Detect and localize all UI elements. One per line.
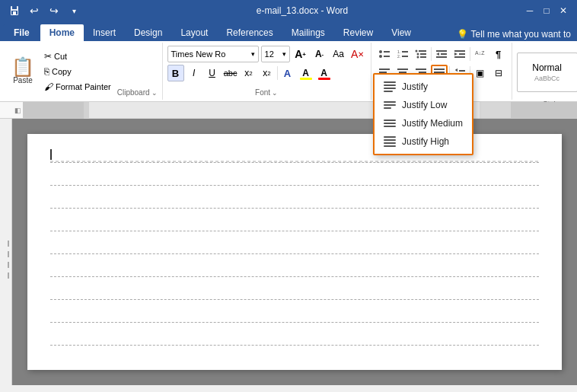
font-shrink-button[interactable]: A- [311, 46, 328, 62]
font-size-select[interactable]: 12 ▾ [261, 46, 290, 62]
svg-text:A↓Z: A↓Z [475, 50, 485, 56]
multilevel-list-button[interactable] [413, 46, 429, 62]
font-color-button[interactable]: A [316, 65, 333, 81]
underline-button[interactable]: U [204, 65, 221, 81]
clipboard-right: ✂ Cut ⎘ Copy 🖌 Format Painter [41, 46, 114, 97]
increase-indent-button[interactable] [451, 46, 468, 62]
maximize-button[interactable]: □ [539, 3, 554, 18]
svg-rect-13 [419, 50, 426, 52]
svg-rect-3 [13, 11, 16, 14]
main-content [0, 119, 577, 385]
doc-line-7 [50, 286, 539, 300]
redo-button[interactable]: ↪ [46, 2, 62, 19]
tell-me-text: Tell me what you want to [471, 29, 571, 40]
tab-review[interactable]: Review [334, 24, 382, 41]
svg-rect-47 [23, 102, 84, 119]
tab-insert[interactable]: Insert [84, 24, 125, 41]
clipboard-group-label: Clipboard ⌄ [117, 87, 158, 97]
justify-item-0[interactable]: Justify [375, 78, 472, 96]
format-painter-button[interactable]: 🖌 Format Painter [41, 80, 114, 94]
svg-rect-11 [402, 56, 408, 57]
tab-home[interactable]: Home [40, 24, 84, 41]
sidebar-mark-2 [3, 251, 9, 257]
document-area[interactable] [12, 119, 577, 385]
customize-quick-access-button[interactable]: ▾ [65, 2, 82, 19]
italic-button[interactable]: I [186, 65, 202, 81]
superscript-button[interactable]: x2 [259, 65, 276, 81]
clear-formatting-button[interactable]: A✕ [349, 46, 366, 62]
copy-button[interactable]: ⎘ Copy [41, 65, 114, 78]
svg-text:2.: 2. [397, 54, 400, 59]
svg-rect-18 [436, 50, 447, 52]
shading-button[interactable]: ▣ [472, 65, 489, 81]
paste-button[interactable]: 📋 Paste [8, 46, 38, 97]
justify-icon-1 [384, 101, 396, 109]
ribbon-tabs: File Home Insert Design Layout Reference… [0, 21, 577, 41]
bold-button[interactable]: B [167, 65, 184, 81]
font-group: Times New Ro ▾ 12 ▾ A+ A- Aa A✕ B I U ab… [163, 43, 371, 100]
svg-rect-15 [420, 53, 426, 55]
tab-file[interactable]: File [3, 24, 40, 41]
ruler-content[interactable] [23, 102, 577, 118]
subscript-button[interactable]: x2 [241, 65, 257, 81]
numbering-button[interactable]: 1.2. [394, 46, 411, 62]
tab-layout[interactable]: Layout [171, 24, 217, 41]
justify-item-2[interactable]: Justify Medium [375, 114, 472, 132]
justify-label-2: Justify Medium [402, 118, 463, 129]
font-grow-button[interactable]: A+ [292, 46, 309, 62]
bullets-button[interactable] [376, 46, 393, 62]
svg-rect-49 [480, 102, 577, 119]
svg-rect-31 [397, 69, 408, 70]
ribbon: 📋 Paste ✂ Cut ⎘ Copy 🖌 Format Painter Cl… [0, 41, 577, 102]
svg-rect-45 [459, 70, 465, 72]
clipboard-expand-icon[interactable]: ⌄ [151, 89, 158, 97]
svg-rect-20 [441, 53, 447, 55]
sort-button[interactable]: A↓Z [472, 46, 489, 62]
sidebar-mark-4 [3, 272, 9, 279]
quick-access-toolbar: ↩ ↪ ▾ [6, 2, 82, 19]
justify-icon-0 [384, 81, 396, 92]
close-button[interactable]: ✕ [556, 3, 571, 18]
svg-rect-39 [434, 69, 445, 70]
justify-icon-2 [384, 120, 396, 127]
paste-label: Paste [13, 76, 33, 84]
doc-line-9 [50, 332, 539, 346]
svg-rect-24 [459, 53, 465, 55]
tell-me-area[interactable]: 💡 Tell me what you want to [457, 29, 577, 41]
text-cursor [50, 149, 52, 160]
document-page[interactable] [27, 134, 562, 370]
cut-button[interactable]: ✂ Cut [41, 49, 114, 63]
strikethrough-button[interactable]: abc [222, 65, 239, 81]
svg-point-6 [379, 55, 382, 58]
justify-item-3[interactable]: Justify High [375, 132, 472, 151]
text-effects-button[interactable]: A [279, 65, 296, 81]
save-button[interactable] [6, 2, 23, 19]
tab-references[interactable]: References [217, 24, 282, 41]
show-hide-marks-button[interactable]: ¶ [490, 46, 507, 62]
tab-mailings[interactable]: Mailings [282, 24, 334, 41]
highlight-color-button[interactable]: A [298, 65, 314, 81]
undo-button[interactable]: ↩ [26, 2, 43, 19]
doc-line-3 [50, 195, 539, 209]
font-expand-icon[interactable]: ⌄ [272, 89, 278, 97]
svg-rect-25 [454, 56, 465, 58]
doc-line-5 [50, 241, 539, 254]
minimize-button[interactable]: ─ [522, 3, 537, 18]
borders-button[interactable]: ⊟ [490, 65, 507, 81]
svg-marker-44 [455, 69, 457, 72]
justify-label-3: Justify High [402, 136, 449, 147]
left-sidebar [0, 119, 12, 385]
change-case-button[interactable]: Aa [330, 46, 347, 62]
font-name-value: Times New Ro [171, 49, 226, 59]
sidebar-mark-1 [3, 241, 9, 247]
tab-design[interactable]: Design [125, 24, 171, 41]
normal-style-button[interactable]: Normal AaBbCc [517, 53, 577, 92]
font-group-label: Font ⌄ [167, 87, 366, 97]
sidebar-mark-3 [3, 262, 9, 268]
tab-view[interactable]: View [382, 24, 420, 41]
justify-item-1[interactable]: Justify Low [375, 96, 472, 114]
ruler: ◧ [0, 102, 577, 119]
font-name-select[interactable]: Times New Ro ▾ [167, 46, 259, 62]
decrease-indent-button[interactable] [433, 46, 450, 62]
svg-rect-22 [454, 50, 465, 52]
